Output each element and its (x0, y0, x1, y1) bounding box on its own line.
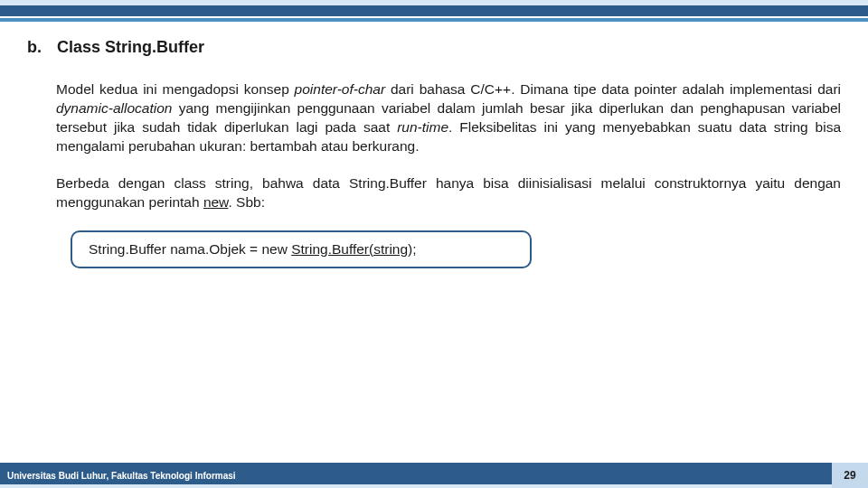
code-underline1: String.Buffer(string (291, 241, 408, 257)
footer-org: Universitas Budi Luhur, Fakultas Teknolo… (7, 471, 236, 481)
p2-text1: Berbeda dengan class string, bahwa data … (56, 175, 841, 210)
footer-bar: Universitas Budi Luhur, Fakultas Teknolo… (0, 463, 868, 488)
heading-number: b. (27, 38, 52, 57)
page-number-text: 29 (844, 469, 855, 482)
page-number: 29 (832, 463, 868, 488)
p2-text2: . Sbb: (228, 194, 265, 210)
p1-italic1: pointer-of-char (295, 81, 386, 97)
slide-content: b. Class String.Buffer Model kedua ini m… (0, 22, 868, 268)
heading-title: Class String.Buffer (57, 38, 204, 56)
code-text2: ); (408, 241, 416, 257)
p2-underline1: new (203, 194, 229, 210)
paragraph-2: Berbeda dengan class string, bahwa data … (56, 174, 841, 212)
p1-text2: dari bahasa C/C++. Dimana tipe data poin… (385, 81, 841, 97)
footer-accent (0, 484, 868, 488)
p1-text1: Model kedua ini mengadopsi konsep (56, 81, 295, 97)
p1-italic3: run-time (397, 119, 448, 135)
code-box: String.Buffer nama.Objek = new String.Bu… (71, 230, 532, 268)
header-bar (0, 0, 868, 16)
code-text1: String.Buffer nama.Objek = new (89, 241, 291, 257)
p1-italic2: dynamic-allocation (56, 100, 172, 116)
paragraph-1: Model kedua ini mengadopsi konsep pointe… (56, 80, 841, 156)
header-accent (0, 0, 868, 5)
section-heading: b. Class String.Buffer (27, 38, 841, 57)
